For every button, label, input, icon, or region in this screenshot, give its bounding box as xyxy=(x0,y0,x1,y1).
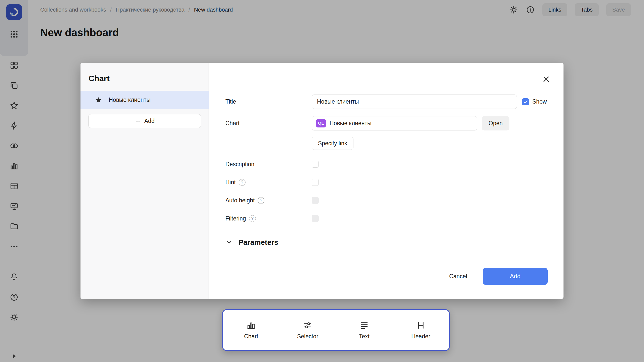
toolbar-item-text[interactable]: Text xyxy=(343,321,386,340)
text-lines-icon xyxy=(359,321,369,330)
dialog-form: Title Show Chart QL Новые клиенты xyxy=(209,63,564,299)
title-input[interactable] xyxy=(312,95,517,109)
chart-select-input[interactable]: QL Новые клиенты xyxy=(312,116,477,130)
dialog-title: Chart xyxy=(89,74,110,83)
filtering-label: Filtering xyxy=(225,215,246,222)
toolbar-item-label: Selector xyxy=(297,333,318,340)
toolbar-item-selector[interactable]: Selector xyxy=(286,321,329,340)
show-checkbox[interactable] xyxy=(522,98,529,105)
cancel-button[interactable]: Cancel xyxy=(447,270,469,283)
specify-link-button[interactable]: Specify link xyxy=(312,137,353,150)
chart-row: Chart QL Новые клиенты Open xyxy=(225,116,509,130)
hint-checkbox[interactable] xyxy=(312,179,319,186)
show-toggle: Show xyxy=(522,98,547,105)
star-icon xyxy=(95,96,102,104)
dialog-footer: Cancel Add xyxy=(447,268,548,285)
title-row: Title Show xyxy=(225,95,547,109)
chart-label: Chart xyxy=(225,120,312,127)
auto-height-label: Auto height xyxy=(225,197,255,204)
open-chart-button[interactable]: Open xyxy=(482,116,509,130)
chart-list-item-selected[interactable]: Новые клиенты xyxy=(80,91,209,109)
filtering-help-icon[interactable]: ? xyxy=(249,215,256,222)
hint-help-icon[interactable]: ? xyxy=(239,179,246,186)
ql-badge: QL xyxy=(316,119,326,127)
toolbar-item-header[interactable]: Header xyxy=(399,321,442,340)
toolbar-item-chart[interactable]: Chart xyxy=(230,321,272,340)
panel-add-button[interactable]: Add xyxy=(88,114,201,128)
widget-toolbar: Chart Selector Text Header xyxy=(222,309,450,351)
auto-height-row: Auto height ? xyxy=(225,195,319,205)
filtering-checkbox xyxy=(312,215,319,222)
parameters-label: Parameters xyxy=(238,238,278,247)
panel-add-label: Add xyxy=(144,118,155,124)
show-label: Show xyxy=(532,98,547,105)
toolbar-item-label: Header xyxy=(411,333,430,340)
close-icon xyxy=(542,75,551,84)
title-label: Title xyxy=(225,98,312,105)
parameters-section-toggle[interactable]: Parameters xyxy=(225,237,278,248)
toolbar-item-label: Text xyxy=(359,333,370,340)
check-icon xyxy=(523,99,528,105)
sliders-icon xyxy=(303,321,312,330)
specify-link-row: Specify link xyxy=(312,137,353,150)
description-row: Description xyxy=(225,159,319,169)
filtering-row: Filtering ? xyxy=(225,213,319,223)
toolbar-item-label: Chart xyxy=(244,333,258,340)
bar-chart-icon xyxy=(246,321,256,330)
description-checkbox[interactable] xyxy=(312,161,319,168)
add-button[interactable]: Add xyxy=(483,268,548,285)
auto-height-help-icon[interactable]: ? xyxy=(258,197,264,204)
description-label: Description xyxy=(225,161,312,168)
plus-icon xyxy=(135,118,141,124)
hint-row: Hint ? xyxy=(225,177,319,187)
hint-label: Hint xyxy=(225,179,236,186)
close-dialog-button[interactable] xyxy=(541,74,551,84)
header-letter-icon xyxy=(416,321,426,330)
chart-select-value: Новые клиенты xyxy=(330,120,371,127)
chart-list-item-label: Новые клиенты xyxy=(109,97,150,103)
chevron-down-icon xyxy=(225,239,233,246)
dialog-left-panel: Chart Новые клиенты Add xyxy=(80,63,209,299)
auto-height-checkbox xyxy=(312,197,319,204)
app-root: Collections and workbooks / Практические… xyxy=(0,0,644,362)
add-chart-dialog: Chart Новые клиенты Add xyxy=(80,63,564,299)
